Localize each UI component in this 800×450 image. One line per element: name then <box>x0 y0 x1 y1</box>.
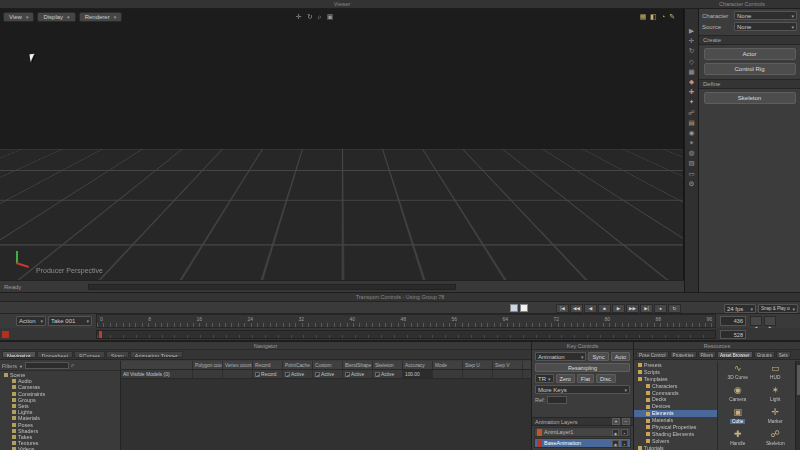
asset-item[interactable]: ✛ Marker <box>757 407 795 429</box>
asset-item[interactable]: ▣ Cube <box>719 407 757 429</box>
character-dropdown[interactable]: None <box>734 11 797 20</box>
asset-folder-item[interactable]: Decks <box>634 396 717 403</box>
asset-folder-item[interactable]: Devices <box>634 403 717 410</box>
device-icon[interactable]: ▤ <box>688 119 694 126</box>
character-icon[interactable]: ✦ <box>689 98 694 105</box>
checkbox-icon[interactable] <box>315 372 320 377</box>
folder-icon[interactable]: ▭ <box>688 170 694 177</box>
navigator-tab[interactable]: Animation Trigger <box>130 351 183 358</box>
scene-tree-item[interactable]: Videos <box>0 446 120 450</box>
record-button[interactable]: ● <box>654 304 667 313</box>
range-end-field[interactable]: 528 <box>720 330 746 339</box>
navigator-tab[interactable]: Story <box>106 351 129 358</box>
playhead[interactable] <box>99 331 102 338</box>
orbit-icon[interactable]: ↻ <box>307 12 313 21</box>
loop-button[interactable]: ↻ <box>668 304 681 313</box>
sync-button[interactable]: Sync <box>588 352 608 361</box>
step-back-button[interactable]: ◀◀ <box>570 304 583 313</box>
pan-icon[interactable]: ✛ <box>296 12 302 21</box>
keying-group-dropdown[interactable]: TR <box>535 374 554 383</box>
remove-layer-button[interactable] <box>622 418 630 425</box>
asset-item[interactable]: ☍ Skeleton <box>757 429 795 450</box>
settings-icon[interactable]: ⚙ <box>689 180 695 187</box>
animation-layer-row[interactable]: AnimLayer1 <box>534 427 631 437</box>
models-column-header[interactable]: Record <box>253 361 283 369</box>
add-layer-button[interactable] <box>612 418 620 425</box>
select-icon[interactable]: ▶ <box>689 27 694 34</box>
key-mode-dropdown[interactable]: Animation <box>535 352 586 361</box>
checkbox-icon[interactable] <box>345 372 350 377</box>
snap-mode-dropdown[interactable]: Snap & Play on Frames <box>758 304 798 313</box>
models-column-header[interactable]: Mode <box>433 361 463 369</box>
skeleton-button[interactable]: Skeleton <box>704 92 796 104</box>
models-checkbox-cell[interactable]: Record <box>253 370 283 378</box>
asset-folder-item[interactable]: Tutorials <box>634 445 717 450</box>
asset-item[interactable]: ∿ 3D Curve <box>719 363 757 385</box>
resampling-button[interactable]: Resampling <box>535 363 630 372</box>
take-dropdown[interactable]: Take 001 <box>48 316 92 326</box>
accuracy-field[interactable]: 100.00 <box>403 370 433 378</box>
navigator-tab[interactable]: Navigator <box>2 351 36 358</box>
control-rig-button[interactable]: Control Rig <box>704 63 796 75</box>
frame-all-icon[interactable]: ▣ <box>327 12 334 21</box>
maximize-view-icon[interactable]: ✎ <box>669 12 675 21</box>
checkbox-icon[interactable] <box>285 372 290 377</box>
resources-tab[interactable]: Filters <box>698 351 717 358</box>
models-table-row[interactable]: All Visible Models (0) RecordActiveActiv… <box>121 370 531 379</box>
asset-scrollbar[interactable] <box>795 361 800 450</box>
constraint-icon[interactable]: ✚ <box>689 88 694 95</box>
translate-icon[interactable]: ✛ <box>689 37 694 44</box>
more-keys-dropdown[interactable]: More Keys <box>535 385 630 394</box>
zoom-icon[interactable]: ⌕ <box>318 12 322 21</box>
asset-folder-item[interactable]: Scripts <box>634 369 717 376</box>
models-checkbox-cell[interactable]: Active <box>313 370 343 378</box>
display-mode-icon[interactable]: ◔ <box>661 12 665 21</box>
renderer-menu-button[interactable]: Renderer <box>79 12 123 22</box>
models-row-label[interactable]: All Visible Models (0) <box>121 370 193 378</box>
resources-tab[interactable]: Sets <box>776 351 791 358</box>
light-icon[interactable]: ✶ <box>689 139 694 146</box>
asset-folder-item[interactable]: Templates <box>634 376 717 383</box>
layer-visibility-icon[interactable] <box>612 429 619 436</box>
navigator-tab[interactable]: Dopesheet <box>37 351 74 358</box>
layer-lock-icon[interactable] <box>621 440 628 447</box>
asset-folder-item[interactable]: Elements <box>634 410 717 417</box>
animation-layer-row[interactable]: BaseAnimation <box>534 438 631 448</box>
checkbox-icon[interactable] <box>255 372 260 377</box>
filter-icon[interactable] <box>19 363 23 369</box>
models-column-header[interactable]: BlendShape <box>343 361 373 369</box>
layer-lock-icon[interactable] <box>621 429 628 436</box>
camera-icon[interactable]: ◉ <box>689 129 695 136</box>
navigator-tab[interactable]: FCurves <box>74 351 105 358</box>
keyframe-icon[interactable]: ◆ <box>689 78 694 85</box>
safe-frame-icon[interactable]: ◧ <box>650 12 657 21</box>
models-checkbox-cell[interactable]: Active <box>343 370 373 378</box>
stop-button[interactable]: ■ <box>598 304 611 313</box>
goto-start-button[interactable]: |◀ <box>556 304 569 313</box>
source-dropdown[interactable]: None <box>734 22 797 31</box>
layer-visibility-icon[interactable] <box>612 440 619 447</box>
transport-toggle-b[interactable] <box>520 304 528 312</box>
filter-search-input[interactable] <box>25 362 69 369</box>
resources-tab[interactable]: Asset Browser <box>717 351 753 358</box>
actor-button[interactable]: Actor <box>704 48 796 60</box>
ref-field[interactable] <box>547 396 567 404</box>
models-column-header[interactable]: Custom <box>313 361 343 369</box>
step-forward-button[interactable]: ▶▶ <box>626 304 639 313</box>
models-column-header[interactable]: Accuracy <box>403 361 433 369</box>
resources-tab[interactable]: Properties <box>670 351 697 358</box>
models-checkbox-cell[interactable]: Active <box>283 370 313 378</box>
fps-dropdown[interactable]: 24 fps <box>724 304 756 313</box>
timeline-end-field[interactable]: 436 <box>720 316 746 326</box>
scroll-right-button[interactable] <box>764 316 776 326</box>
asset-folder-item[interactable]: Characters <box>634 383 717 390</box>
models-column-header[interactable]: Step V <box>493 361 523 369</box>
pose-icon[interactable]: ☍ <box>688 109 695 116</box>
asset-item[interactable]: ✶ Light <box>757 385 795 407</box>
discontinuity-button[interactable]: Disc. <box>596 374 616 383</box>
asset-folder-item[interactable]: Commands <box>634 390 717 397</box>
play-reverse-button[interactable]: ◀ <box>584 304 597 313</box>
asset-folder-item[interactable]: Materials <box>634 417 717 424</box>
view-menu-button[interactable]: View <box>3 12 34 22</box>
asset-item[interactable]: ✚ Handle <box>719 429 757 450</box>
